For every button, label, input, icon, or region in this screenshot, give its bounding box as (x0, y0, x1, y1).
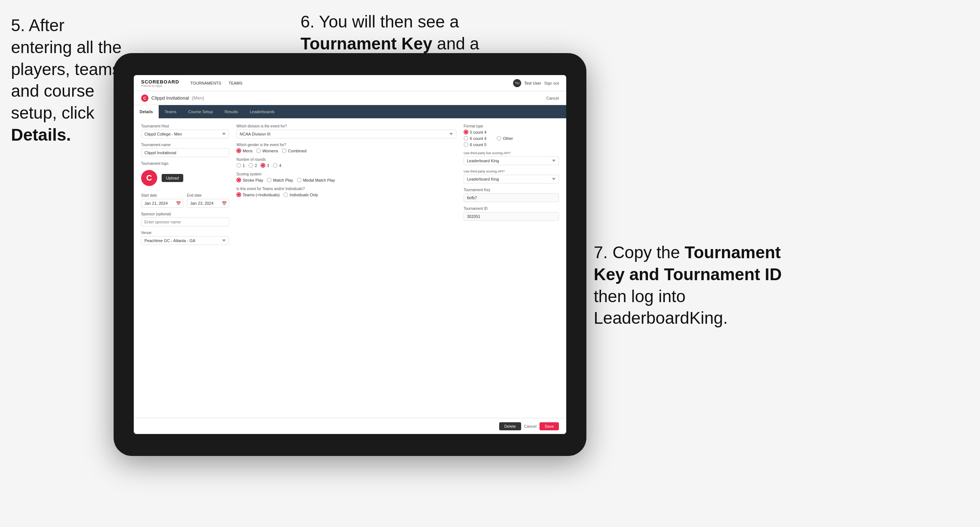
tablet-screen: SCOREBOARD Powered by clippd TOURNAMENTS… (134, 75, 566, 434)
sign-out-link[interactable]: Sign out (544, 81, 559, 85)
top-nav: SCOREBOARD Powered by clippd TOURNAMENTS… (134, 75, 566, 91)
gender-womens-radio[interactable] (256, 148, 261, 153)
gender-group: Which gender is the event for? Mens Wome… (236, 143, 456, 153)
format-6count5-radio[interactable] (464, 142, 468, 147)
sponsor-input[interactable] (141, 217, 229, 226)
tournament-key-group: Tournament Key 6efb7 (464, 188, 559, 202)
round-3[interactable]: 3 (261, 163, 269, 168)
teams-label: Is this event for Teams and/or Individua… (236, 187, 456, 191)
individuals-only[interactable]: Individuals Only (283, 192, 318, 197)
start-date-field: Start date 📅 (141, 194, 183, 208)
gender-combined-label: Combined (288, 149, 306, 153)
gender-combined[interactable]: Combined (282, 148, 306, 153)
tournament-logo-group: Tournament logo C Upload (141, 162, 229, 189)
nav-right: TU Test User Sign out (513, 79, 559, 87)
rounds-label: Number of rounds (236, 157, 456, 162)
gender-womens-label: Womens (262, 149, 278, 153)
round-4-label: 4 (279, 163, 281, 168)
tournament-title: Clippd Invitational (Men) (151, 95, 204, 101)
individuals-only-radio[interactable] (283, 192, 288, 197)
round-4[interactable]: 4 (273, 163, 281, 168)
round-1-radio[interactable] (236, 163, 241, 168)
end-date-cal-icon: 📅 (222, 201, 227, 206)
tab-details[interactable]: Details (134, 105, 159, 118)
tab-teams[interactable]: Teams (159, 105, 182, 118)
start-date-cal-icon: 📅 (176, 201, 181, 206)
nav-tournaments[interactable]: TOURNAMENTS (190, 79, 221, 87)
tab-course-setup[interactable]: Course Setup (182, 105, 218, 118)
scoring-group: Scoring system Stroke Play Match Play (236, 172, 456, 183)
rounds-radio-group: 1 2 3 4 (236, 163, 456, 168)
scoring-match-radio[interactable] (267, 178, 272, 183)
tournament-name: Clippd Invitational (151, 95, 189, 101)
gender-mens-radio[interactable] (236, 148, 241, 153)
format-5count4-radio[interactable] (464, 130, 468, 134)
tournament-host-select[interactable]: Clippd College - Men (141, 130, 229, 138)
upload-button[interactable]: Upload (162, 174, 183, 182)
gender-label: Which gender is the event for? (236, 143, 456, 147)
scoring-medal-match-radio[interactable] (297, 178, 302, 183)
format-6count5[interactable]: 6 count 5 (464, 142, 486, 147)
left-column: Tournament Host Clippd College - Men Tou… (141, 124, 229, 412)
scoring-radio-group: Stroke Play Match Play Medal Match Play (236, 178, 456, 183)
format-5count4[interactable]: 5 count 4 (464, 130, 486, 134)
third-party-2-group: Use third-party scoring API? Leaderboard… (464, 170, 559, 184)
save-button[interactable]: Save (539, 422, 559, 430)
third-party-1-select[interactable]: Leaderboard King (464, 156, 559, 165)
tournament-name-group: Tournament name (141, 143, 229, 157)
right-column: Format type 5 count 4 (464, 124, 559, 412)
rounds-group: Number of rounds 1 2 (236, 157, 456, 168)
third-party-2-label: Use third-party scoring API? (464, 170, 559, 173)
main-content: Tournament Host Clippd College - Men Tou… (134, 118, 566, 434)
format-6count4-radio[interactable] (464, 136, 468, 141)
gender-womens[interactable]: Womens (256, 148, 278, 153)
tournament-id-group: Tournament ID 302051 (464, 206, 559, 221)
scoring-stroke-radio[interactable] (236, 178, 241, 183)
gender-combined-radio[interactable] (282, 148, 286, 153)
scoring-medal-match[interactable]: Medal Match Play (297, 178, 335, 183)
user-name: Test User (524, 81, 541, 85)
third-party-1-label: Use third-party live scoring API? (464, 151, 559, 155)
third-party-2-select[interactable]: Leaderboard King (464, 175, 559, 184)
venue-select[interactable]: Peachtree GC - Atlanta - GA (141, 236, 229, 245)
teams-plus-label: Teams (+Individuals) (243, 193, 280, 197)
tournament-host-group: Tournament Host Clippd College - Men (141, 124, 229, 138)
tournament-logo-c: C (141, 94, 148, 102)
tournament-cancel-btn[interactable]: Cancel (546, 96, 559, 100)
cancel-button[interactable]: Cancel (524, 424, 536, 429)
third-party-1-group: Use third-party live scoring API? Leader… (464, 151, 559, 165)
tablet-frame: SCOREBOARD Powered by clippd TOURNAMENTS… (114, 53, 586, 456)
date-row: Start date 📅 End date 📅 (141, 194, 229, 208)
tab-results[interactable]: Results (219, 105, 244, 118)
tab-leaderboards[interactable]: Leaderboards (244, 105, 280, 118)
delete-button[interactable]: Delete (499, 422, 521, 430)
teams-plus-radio[interactable] (236, 192, 241, 197)
gender-mens[interactable]: Mens (236, 148, 253, 153)
scoring-match[interactable]: Match Play (267, 178, 293, 183)
division-select[interactable]: NCAA Division III (236, 130, 456, 138)
round-1[interactable]: 1 (236, 163, 245, 168)
format-other[interactable]: Other (496, 136, 513, 141)
logo-upload-area: C Upload (141, 167, 229, 189)
format-6count4[interactable]: 6 count 4 (464, 136, 486, 141)
nav-teams[interactable]: TEAMS (229, 79, 243, 87)
format-other-label: Other (503, 136, 513, 141)
logo-area: SCOREBOARD Powered by clippd (141, 79, 179, 87)
round-3-label: 3 (267, 163, 269, 168)
format-other-radio[interactable] (496, 136, 501, 141)
tournament-header: C Clippd Invitational (Men) Cancel (134, 91, 566, 105)
scoring-stroke[interactable]: Stroke Play (236, 178, 263, 183)
annotation-bottom-right: 7. Copy the Tournament Key and Tournamen… (594, 242, 799, 329)
annotation-left: 5. After entering all the players, teams… (11, 15, 125, 146)
teams-plus-individuals[interactable]: Teams (+Individuals) (236, 192, 280, 197)
form-area: Tournament Host Clippd College - Men Tou… (134, 118, 566, 418)
tournament-name-input[interactable] (141, 148, 229, 157)
round-3-radio[interactable] (261, 163, 265, 168)
sponsor-group: Sponsor (optional) (141, 212, 229, 226)
gender-mens-label: Mens (243, 149, 253, 153)
round-2[interactable]: 2 (248, 163, 257, 168)
round-4-radio[interactable] (273, 163, 277, 168)
format-type-group: Format type 5 count 4 (464, 124, 559, 147)
round-2-radio[interactable] (248, 163, 253, 168)
logo-sub: Powered by clippd (141, 84, 179, 87)
